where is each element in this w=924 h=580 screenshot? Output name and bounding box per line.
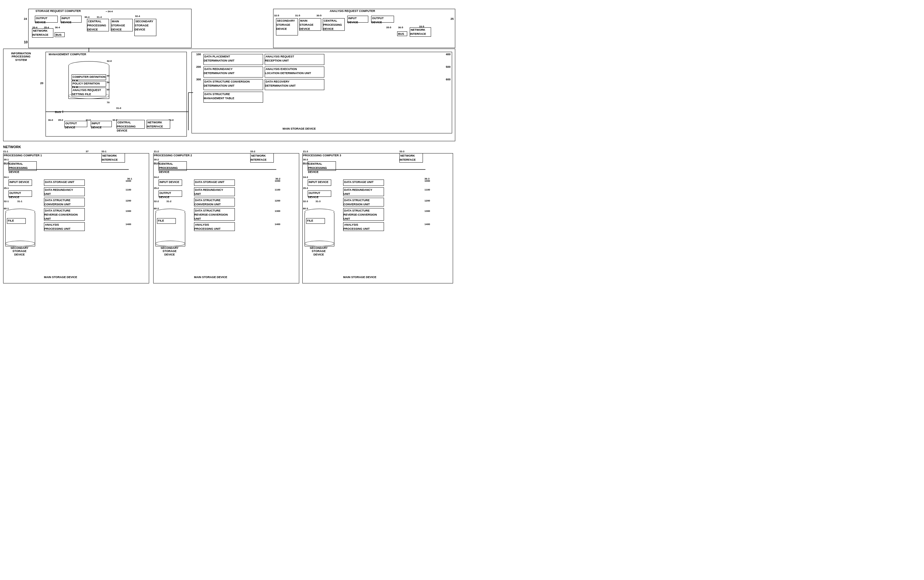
ref-24: 24 — [24, 17, 27, 20]
analysis-request-reception-box: ANALYSIS REQUESTRECEPTION UNIT — [265, 54, 324, 65]
output-device-box-3: OUTPUT DEVICE — [308, 191, 331, 197]
ref-34-1: 34-1 — [4, 176, 9, 179]
ref-21-2: 21-2 — [154, 150, 159, 153]
analysis-execution-box: ANALYSIS EXECUTIONLOCATION DETERMINATION… — [265, 66, 324, 77]
output-device-label-1: OUTPUT DEVICE — [9, 191, 21, 199]
ref-34-0: 34-0 — [86, 119, 91, 122]
network-interface-label-1: NETWORKINTERFACE — [102, 154, 118, 161]
bus-label-2: BUS — [154, 162, 160, 165]
info-processing-system-label: INFORMATIONPROCESSINGSYSTEM — [4, 52, 38, 61]
data-recovery-label: DATA RECOVERYDETERMINATION UNIT — [265, 80, 296, 87]
data-redundancy-det-label: DATA REDUNDANCYDETERMINATION UNIT — [204, 67, 235, 75]
ref-31-1: 31-1 — [17, 200, 22, 203]
ref-1000-2: 1000 — [275, 180, 280, 182]
ref-32-4: 32-4 — [135, 15, 140, 18]
ref-1100-1: 1100 — [125, 188, 131, 191]
ref-33-3: 33-3 — [399, 150, 404, 153]
data-structure-rev-unit-label-3: DATA STRUCTUREREVERSE-CONVERSIONUNIT — [343, 209, 377, 221]
data-placement-box: DATA PLACEMENTDETERMINATION UNIT — [203, 54, 263, 65]
data-redundancy-det-box: DATA REDUNDANCYDETERMINATION UNIT — [203, 66, 263, 77]
network-interface-box-5: NETWORKINTERFACE — [410, 27, 431, 37]
ref-32-5: 32-5 — [274, 14, 279, 17]
network-interface-box-0: NETWORKINTERFACE — [147, 120, 170, 129]
central-proc-label-4: CENTRALPROCESSINGDEVICE — [87, 20, 106, 31]
ref-21-1: 21-1 — [3, 150, 8, 153]
analysis-proc-unit-label-2: ANALYSISPROCESSING UNIT — [194, 223, 221, 231]
data-storage-unit-label-2: DATA STORAGE UNIT — [194, 180, 225, 184]
main-storage-box-5: MAINSTORAGEDEVICE — [299, 18, 321, 31]
data-redundancy-unit-label-2: DATA REDUNDANCYUNIT — [194, 188, 223, 196]
central-proc-box-5: CENTRALPROCESSINGDEVICE — [323, 18, 345, 31]
ref-21-3: 21-3 — [303, 150, 308, 153]
ref-32-1: 32-1 — [4, 200, 9, 203]
main-storage-label-1b: MAIN STORAGE DEVICE — [44, 275, 77, 279]
input-device-label-5: INPUT DEVICE — [348, 16, 359, 24]
ref-100: 100 — [196, 53, 201, 56]
network-label: NETWORK — [3, 145, 21, 149]
output-device-label-2: OUTPUT DEVICE — [159, 191, 171, 199]
output-device-box-2: OUTPUT DEVICE — [158, 191, 182, 197]
analysis-proc-unit-box-2: ANALYSISPROCESSING UNIT — [194, 222, 235, 231]
data-recovery-box: DATA RECOVERYDETERMINATION UNIT — [265, 79, 324, 90]
input-device-label-3: INPUT DEVICE — [308, 180, 329, 184]
ref-36-5: 36-5 — [398, 26, 403, 29]
data-storage-unit-box-1: DATA STORAGE UNIT — [44, 180, 85, 186]
ref-1300-3: 1300 — [424, 210, 430, 213]
ref-30-2: 30-2 — [154, 158, 159, 161]
ref-30-5: 30-5 — [317, 14, 322, 17]
central-proc-box-1: CENTRAL PROCESSINGDEVICE — [8, 161, 37, 171]
ref-35-3: 35-3 — [303, 187, 308, 189]
network-interface-box-4: NETWORKINTERFACE — [32, 28, 53, 38]
central-proc-box-3: CENTRAL PROCESSINGDEVICE — [308, 161, 336, 171]
ref-1400-3: 1400 — [424, 223, 430, 226]
data-structure-conv-unit-box-1: DATA STRUCTURECONVERSION UNIT — [44, 198, 85, 206]
ref-33-4: 33-4 — [32, 26, 37, 29]
central-proc-box-0: CENTRALPROCESSING DEVICE — [117, 120, 145, 129]
bus-box-4: BUS — [54, 32, 65, 37]
ref-35-1: 35-1 — [4, 187, 9, 189]
data-structure-conv-unit-label-3: DATA STRUCTURECONVERSION UNIT — [343, 198, 370, 206]
output-device-box-4: OUTPUT DEVICE — [35, 16, 58, 23]
main-storage-box-4: MAINSTORAGEDEVICE — [111, 19, 133, 31]
ref-20: 20 — [40, 82, 43, 85]
data-structure-mgmt-box: DATA STRUCTUREMANAGEMENT TABLE — [203, 92, 263, 103]
ref-300: 300 — [196, 78, 201, 81]
data-structure-rev-unit-box-3: DATA STRUCTUREREVERSE-CONVERSIONUNIT — [343, 208, 384, 221]
analysis-execution-label: ANALYSIS EXECUTIONLOCATION DETERMINATION… — [265, 67, 312, 75]
analysis-proc-unit-label-3: ANALYSISPROCESSING UNIT — [343, 223, 370, 231]
proc-computer-3-label: PROCESSING COMPUTER 3 — [303, 154, 341, 157]
ref-1100-2: 1100 — [275, 188, 280, 191]
ref-400: 400 — [446, 53, 450, 56]
output-device-label-4: OUTPUT DEVICE — [35, 16, 48, 24]
ref-70: 70 — [107, 101, 110, 104]
data-storage-unit-label-3: DATA STORAGE UNIT — [343, 180, 374, 184]
data-structure-conv-det-label: DATA STRUCTURE CONVERSIONDETERMINATION U… — [204, 80, 249, 87]
main-storage-label-3b: MAIN STORAGE DEVICE — [343, 275, 376, 279]
data-redundancy-unit-box-1: DATA REDUNDANCYUNIT — [44, 187, 85, 196]
input-device-box-3: INPUT DEVICE — [308, 180, 331, 186]
ref-1300-1: 1300 — [125, 210, 131, 213]
ref-1200-1: 1200 — [125, 199, 131, 202]
ref-1200-2: 1200 — [275, 199, 280, 202]
data-redundancy-unit-label-1: DATA REDUNDANCYUNIT — [44, 188, 73, 196]
output-device-label-3: OUTPUT DEVICE — [308, 191, 320, 199]
ref-35-4: 35-4 — [44, 26, 49, 29]
network-interface-box-3: NETWORKINTERFACE — [399, 153, 423, 163]
output-device-box-1: OUTPUT DEVICE — [8, 191, 32, 197]
secondary-storage-label-4: SECONDARYSTORAGEDEVICE — [135, 20, 153, 31]
data-placement-label: DATA PLACEMENTDETERMINATION UNIT — [204, 54, 235, 63]
data-structure-conv-unit-label-2: DATA STRUCTURECONVERSION UNIT — [194, 198, 221, 206]
main-diagram: STORAGE REQUEST COMPUTER ～34-4 24 OUTPUT… — [0, 0, 462, 290]
analysis-proc-unit-label-1: ANALYSISPROCESSING UNIT — [44, 223, 71, 231]
ref-32-3: 32-3 — [303, 200, 308, 203]
network-interface-label-0: NETWORKINTERFACE — [147, 120, 163, 129]
bus-label-mgmt: BUS — [55, 110, 61, 114]
data-structure-conv-unit-box-2: DATA STRUCTURECONVERSION UNIT — [194, 198, 235, 206]
input-device-label-2: INPUT DEVICE — [159, 180, 180, 184]
ref-35-0: 35-0 — [58, 119, 63, 122]
input-device-box-4: INPUT DEVICE — [61, 16, 82, 23]
secondary-storage-box-5: SECONDARYSTORAGEDEVICE — [276, 18, 298, 35]
bus-label-4: BUS — [55, 33, 62, 37]
proc-computer-2-label: PROCESSING COMPUTER 2 — [154, 154, 192, 157]
data-structure-mgmt-label: DATA STRUCTUREMANAGEMENT TABLE — [204, 92, 235, 100]
